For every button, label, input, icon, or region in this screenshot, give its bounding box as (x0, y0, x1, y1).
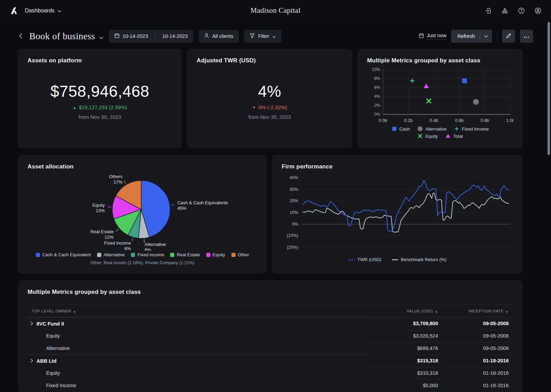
filter-label: Filter (258, 33, 269, 39)
value-cell: $5,000 (365, 379, 442, 392)
owner-cell: Alternative (46, 345, 70, 351)
legend-item-equity: Equity (417, 133, 438, 139)
svg-text:Alternative6%: Alternative6% (145, 242, 166, 251)
svg-text:Real Estate12%: Real Estate12% (91, 229, 114, 240)
column-header-inception[interactable]: INCEPTION DATE▲ (442, 305, 513, 317)
legend-item-total: Total (445, 133, 462, 139)
inception-date-cell: 01-18-2016 (442, 379, 513, 392)
svg-text:0.0b: 0.0b (379, 118, 387, 123)
table-row[interactable]: ABB Ltd$315,31801-18-2016 (28, 354, 513, 367)
table-row[interactable]: Equity$310,31801-18-2016 (28, 367, 513, 379)
table-row[interactable]: Alternative$689,47609-05-2008 (28, 342, 513, 354)
scatter-chart: 0%2%4%6%8%10%0.0b0.2b0.4b0.6b0.8b1.0b (367, 68, 513, 123)
shapes-icon[interactable] (501, 7, 508, 14)
table-row[interactable]: Equity$3,020,52409-05-2008 (28, 330, 513, 342)
edit-button[interactable] (502, 30, 515, 43)
chevron-down-icon (272, 33, 276, 39)
sort-asc-icon: ▲ (435, 310, 438, 313)
date-divider (155, 32, 155, 40)
svg-text:0.4b: 0.4b (430, 118, 438, 123)
legend-item-fixed-income: Fixed Income (454, 126, 489, 132)
inception-date-cell: 09-05-2008 (442, 317, 513, 330)
refresh-button[interactable]: Refresh (451, 30, 492, 43)
svg-text:40%: 40% (290, 175, 298, 180)
export-icon[interactable] (485, 7, 492, 14)
svg-text:Equity13%: Equity13% (92, 203, 105, 213)
svg-text:1.0b: 1.0b (506, 118, 513, 123)
page-title: Book of business (29, 31, 95, 42)
assets-delta-text: $19,127,233 (2.59%) (79, 104, 127, 110)
svg-text:(20%): (20%) (287, 245, 298, 250)
twr-value: 4% (258, 82, 281, 101)
svg-text:Cash & Cash Equivalents45%: Cash & Cash Equivalents45% (177, 200, 228, 211)
owner-cell: Equity (46, 370, 60, 376)
sort-asc-icon: ▲ (73, 310, 76, 313)
date-range-picker[interactable]: 10-14-2023 10-14-2023 (109, 30, 193, 43)
value-cell: $310,318 (365, 367, 442, 379)
legend-item-cash: Cash (392, 126, 410, 132)
svg-text:30%: 30% (290, 187, 298, 192)
last-refreshed-label: Just now (427, 33, 446, 40)
chevron-right-icon[interactable] (30, 358, 33, 364)
multiple-metrics-scatter-card: Multiple Metrics grouped by asset class … (357, 49, 523, 148)
dashboards-menu[interactable]: Dashboards (25, 8, 61, 14)
value-cell: $315,318 (365, 354, 442, 367)
clients-filter-button[interactable]: All clients (199, 30, 239, 43)
svg-text:0.6b: 0.6b (455, 118, 464, 123)
help-icon[interactable] (518, 7, 525, 14)
toolbar-divider (497, 32, 497, 41)
table-row[interactable]: 8VC Fund II$3,709,80009-05-2008 (28, 317, 513, 330)
dashboard-title-menu[interactable]: Book of business (29, 31, 103, 42)
legend-item-other: Other (231, 252, 249, 257)
dashboards-menu-label: Dashboards (25, 8, 54, 14)
table-row[interactable]: Fixed Income$5,00001-18-2016 (28, 379, 513, 392)
chevron-right-icon[interactable] (30, 321, 33, 327)
chevron-down-icon[interactable] (480, 35, 492, 38)
date-end: 10-14-2023 (162, 33, 188, 39)
legend-item-real-estate: Real Estate (170, 252, 200, 257)
table-header-row: TOP LEVEL OWNER▲ VALUE (USD)▲ INCEPTION … (28, 305, 513, 317)
back-button[interactable] (18, 32, 24, 41)
more-options-button[interactable] (520, 30, 533, 43)
svg-text:0.8b: 0.8b (481, 118, 489, 123)
account-icon[interactable] (534, 7, 541, 14)
owner-cell: ABB Ltd (37, 358, 56, 364)
calendar-icon (114, 33, 119, 39)
owner-cell: Equity (46, 333, 60, 339)
scatter-point-fixed-income (409, 78, 415, 84)
card-title: Firm performance (282, 163, 513, 170)
addepar-logo (10, 6, 19, 15)
svg-text:10%: 10% (372, 68, 380, 72)
column-header-value[interactable]: VALUE (USD)▲ (365, 305, 442, 317)
multiple-metrics-table-card: Multiple Metrics grouped by asset class … (18, 280, 522, 392)
vertical-scrollbar[interactable] (548, 22, 550, 155)
metrics-table: TOP LEVEL OWNER▲ VALUE (USD)▲ INCEPTION … (28, 305, 513, 392)
filter-button[interactable]: Filter (244, 30, 281, 43)
chevron-down-icon (58, 8, 61, 14)
series-line-twr-usd- (303, 180, 509, 231)
svg-text:Fixed Income6%: Fixed Income6% (104, 240, 131, 251)
assets-on-platform-card: Assets on platform $758,946,468 ▲ $19,12… (18, 49, 182, 148)
inception-date-cell: 09-05-2008 (442, 342, 513, 354)
svg-text:2%: 2% (374, 103, 381, 108)
svg-text:(10%): (10%) (287, 233, 298, 238)
asset-allocation-card: Asset allocation Cash & Cash Equivalents… (18, 155, 267, 274)
value-cell: $3,020,524 (365, 330, 442, 342)
owner-cell: Fixed Income (46, 383, 76, 388)
chevron-down-icon (99, 31, 103, 42)
legend-item-cash-cash-equivalent: Cash & Cash Equivalent (36, 252, 91, 257)
top-nav: Dashboards Madison Capital (0, 0, 551, 21)
assets-since: from Nov 30, 2023 (79, 114, 121, 120)
scatter-point-cash (462, 79, 467, 83)
svg-text:8%: 8% (374, 76, 381, 81)
svg-text:0%: 0% (292, 222, 298, 227)
last-refreshed-status[interactable]: Just now (419, 33, 446, 40)
svg-text:0%: 0% (374, 112, 381, 117)
svg-text:20%: 20% (290, 198, 298, 203)
legend-item-fixed-income: Fixed income (131, 252, 164, 257)
column-header-owner[interactable]: TOP LEVEL OWNER▲ (28, 305, 365, 317)
pie-legend: Cash & Cash EquivalentAlternativeFixed i… (28, 252, 257, 257)
pie-chart: Cash & Cash Equivalents45%Alternative6%F… (28, 171, 257, 251)
svg-text:10%: 10% (290, 210, 298, 215)
pie-footnote: Other: Real Assets (2.18%), Private Comp… (28, 260, 257, 265)
